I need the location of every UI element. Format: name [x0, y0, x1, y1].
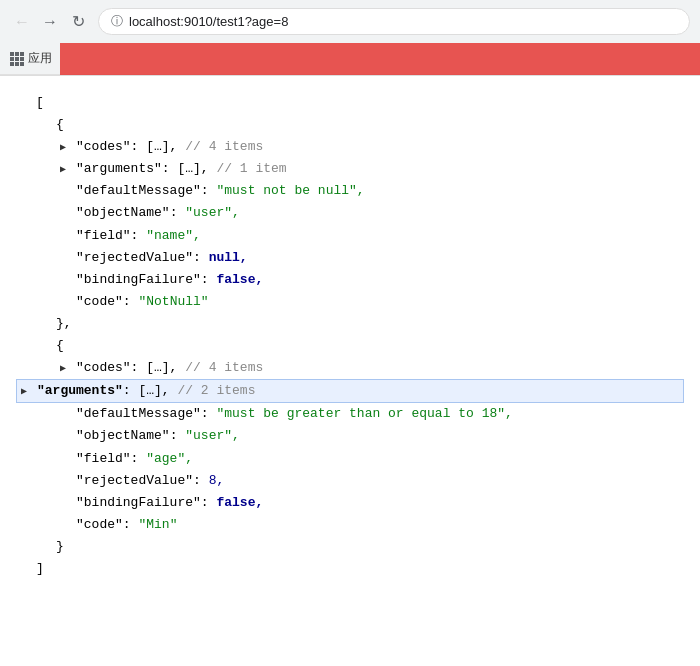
json-value: false, [216, 492, 263, 514]
arrow-placeholder [60, 428, 76, 445]
json-value: null, [209, 247, 248, 269]
collapse-arrow[interactable]: ▶ [60, 360, 76, 377]
json-key: "rejectedValue" [76, 247, 193, 269]
colon: : [131, 225, 147, 247]
colon: : [123, 380, 139, 402]
arrow-placeholder [60, 249, 76, 266]
json-line-obj1-code: "code": "NotNull" [20, 291, 680, 313]
colon: : [123, 291, 139, 313]
bracket-text: }, [56, 313, 72, 335]
collapse-arrow[interactable]: ▶ [21, 383, 37, 400]
json-key: "bindingFailure" [76, 269, 201, 291]
placeholder-arrow [40, 538, 56, 555]
json-line-obj1-open: { [20, 114, 680, 136]
json-line-obj2-defaultMessage: "defaultMessage": "must be greater than … [20, 403, 680, 425]
colon: : [201, 403, 217, 425]
colon: : [201, 492, 217, 514]
json-line-root-close: ] [20, 558, 680, 580]
arrow-placeholder [60, 472, 76, 489]
placeholder-arrow [40, 315, 56, 332]
bracket-text: { [56, 114, 64, 136]
colon: : [131, 448, 147, 470]
colon: : [201, 269, 217, 291]
address-bar[interactable]: ⓘ [98, 8, 690, 35]
json-key: "defaultMessage" [76, 180, 201, 202]
json-value: "user", [185, 202, 240, 224]
browser-toolbar: ← → ↻ ⓘ [0, 0, 700, 43]
json-line-obj1-field: "field": "name", [20, 225, 680, 247]
collapse-arrow[interactable]: ▶ [60, 139, 76, 156]
json-key: "rejectedValue" [76, 470, 193, 492]
arrow-placeholder [60, 406, 76, 423]
bookmarks-bar: 应用 [0, 43, 700, 75]
json-key: "code" [76, 514, 123, 536]
json-line-obj1-objectName: "objectName": "user", [20, 202, 680, 224]
bracket-text: ] [36, 558, 44, 580]
item-count-comment: // 1 item [216, 158, 286, 180]
bracket-text: [ [36, 92, 44, 114]
json-line-obj1-codes[interactable]: ▶"codes": […], // 4 items [20, 136, 680, 158]
json-line-obj2-close: } [20, 536, 680, 558]
apps-grid-icon [10, 52, 24, 66]
colon: : [170, 202, 186, 224]
lock-icon: ⓘ [111, 13, 123, 30]
json-key: "field" [76, 448, 131, 470]
json-key: "codes" [76, 136, 131, 158]
json-value: "must be greater than or equal to 18", [216, 403, 512, 425]
json-line-obj2-codes[interactable]: ▶"codes": […], // 4 items [20, 357, 680, 379]
nav-buttons: ← → ↻ [10, 10, 90, 34]
item-count-comment: // 4 items [185, 136, 263, 158]
json-line-obj1-close: }, [20, 313, 680, 335]
forward-button[interactable]: → [38, 10, 62, 34]
reload-button[interactable]: ↻ [66, 10, 90, 34]
json-value: 8, [209, 470, 225, 492]
json-line-obj2-arguments[interactable]: ▶"arguments": […], // 2 items [16, 379, 684, 403]
bracket-text: } [56, 536, 64, 558]
json-key: "objectName" [76, 202, 170, 224]
json-line-obj1-defaultMessage: "defaultMessage": "must not be null", [20, 180, 680, 202]
json-key: "field" [76, 225, 131, 247]
arrow-placeholder [60, 227, 76, 244]
colon: : [201, 180, 217, 202]
arrow-placeholder [60, 293, 76, 310]
url-input[interactable] [129, 14, 677, 29]
arrow-placeholder [60, 271, 76, 288]
json-value: "user", [185, 425, 240, 447]
json-key: "arguments" [37, 380, 123, 402]
colon: : [193, 470, 209, 492]
json-line-obj2-code: "code": "Min" [20, 514, 680, 536]
colon: : [123, 514, 139, 536]
colon: : [170, 425, 186, 447]
json-line-obj1-arguments[interactable]: ▶"arguments": […], // 1 item [20, 158, 680, 180]
colon: : [193, 247, 209, 269]
json-value: "name", [146, 225, 201, 247]
json-viewer: [ {▶"codes": […], // 4 items▶"arguments"… [0, 76, 700, 656]
collapsed-value: […], [146, 357, 185, 379]
json-key: "defaultMessage" [76, 403, 201, 425]
json-value: "must not be null", [216, 180, 364, 202]
arrow-placeholder [60, 494, 76, 511]
json-value: "NotNull" [138, 291, 208, 313]
arrow-placeholder [60, 450, 76, 467]
json-line-obj2-open: { [20, 335, 680, 357]
collapsed-value: […], [177, 158, 216, 180]
json-value: "age", [146, 448, 193, 470]
item-count-comment: // 4 items [185, 357, 263, 379]
bracket-text: { [56, 335, 64, 357]
json-key: "bindingFailure" [76, 492, 201, 514]
json-line-obj1-bindingFailure: "bindingFailure": false, [20, 269, 680, 291]
json-line-obj2-bindingFailure: "bindingFailure": false, [20, 492, 680, 514]
placeholder-arrow [40, 117, 56, 134]
apps-label: 应用 [28, 50, 52, 67]
placeholder-arrow [20, 95, 36, 112]
json-key: "arguments" [76, 158, 162, 180]
apps-button[interactable]: 应用 [10, 50, 52, 67]
colon: : [131, 136, 147, 158]
collapse-arrow[interactable]: ▶ [60, 161, 76, 178]
json-line-obj2-rejectedValue: "rejectedValue": 8, [20, 470, 680, 492]
colon: : [131, 357, 147, 379]
back-button[interactable]: ← [10, 10, 34, 34]
arrow-placeholder [60, 205, 76, 222]
placeholder-arrow [40, 338, 56, 355]
json-line-obj2-field: "field": "age", [20, 448, 680, 470]
